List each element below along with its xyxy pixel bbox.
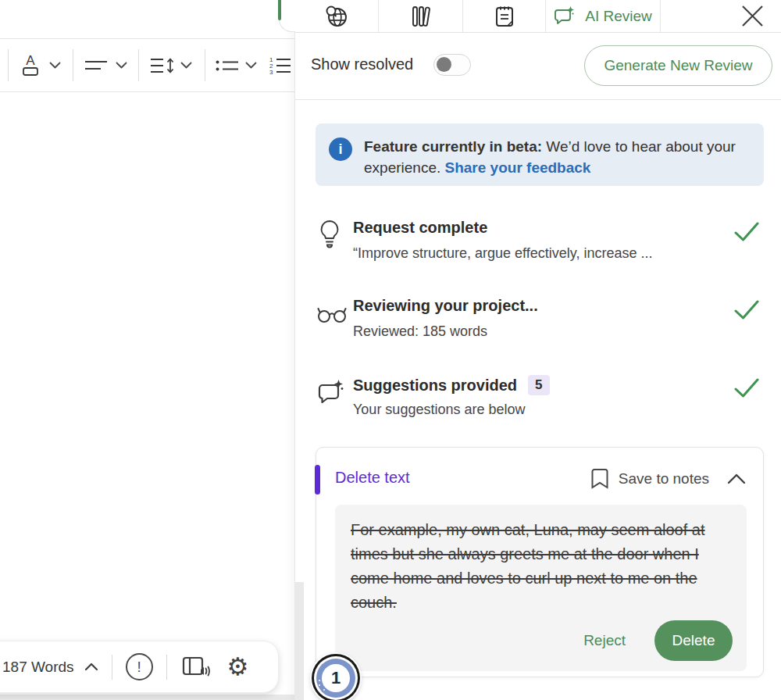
text-style-dropdown[interactable] [45, 39, 64, 91]
step-reviewing-project: Reviewing your project... Reviewed: 185 … [316, 291, 764, 361]
beta-banner: i Feature currently in beta: We’d love t… [316, 123, 764, 186]
suggestion-count-badge: 5 [528, 375, 549, 395]
step-title: Suggestions provided [353, 377, 517, 395]
numbered-list-button[interactable]: 1 2 3 [266, 39, 294, 91]
bullet-list-dropdown[interactable] [241, 39, 260, 91]
alert-circle-icon[interactable]: ! [126, 653, 153, 680]
close-icon [741, 5, 764, 27]
text-style-icon: A [20, 53, 41, 78]
generate-new-review-button[interactable]: Generate New Review [584, 45, 772, 86]
bookmark-icon [591, 468, 608, 489]
align-button[interactable] [81, 39, 111, 91]
chevron-down-icon [116, 62, 127, 69]
svg-text:3: 3 [269, 69, 273, 76]
reject-button[interactable]: Reject [583, 632, 626, 649]
suggestion-card: Delete text Save to notes For example, m… [316, 447, 764, 677]
text-style-button[interactable]: A [16, 39, 45, 91]
tabbar-border [294, 32, 781, 33]
suggestion-type-label: Delete text [335, 469, 410, 487]
step-request-complete: Request complete “Improve structure, arg… [316, 212, 764, 283]
read-aloud-book-icon[interactable] [180, 655, 212, 680]
close-panel-button[interactable] [739, 0, 765, 31]
suggestion-snippet: For example, my own cat, Luna, may seem … [335, 505, 747, 671]
show-resolved-label: Show resolved [311, 55, 413, 73]
statusbar-divider [166, 655, 167, 680]
save-to-notes-button[interactable]: Save to notes [591, 468, 746, 489]
step-title: Request complete [353, 219, 487, 237]
tab-plagiarism-search[interactable] [295, 0, 378, 32]
check-icon [734, 300, 759, 320]
tab-notes[interactable] [463, 0, 545, 32]
statusbar-divider [112, 655, 112, 680]
glasses-icon [317, 303, 347, 325]
step-suggestions-provided: Suggestions provided 5 Your suggestions … [316, 369, 764, 439]
step-title: Reviewing your project... [353, 297, 538, 315]
suggestion-bubble-icon [317, 378, 345, 406]
app-bottom-edge [0, 695, 294, 700]
tab-divider [660, 0, 661, 32]
chevron-down-icon [180, 62, 192, 69]
globe-search-icon [325, 5, 348, 28]
toolbar-divider [8, 49, 9, 81]
gear-icon[interactable]: ⚙ [227, 655, 249, 679]
collapse-chevron-icon[interactable] [727, 473, 746, 484]
bullet-list-button[interactable] [212, 39, 242, 91]
toolbar-divider [138, 49, 139, 81]
align-dropdown[interactable] [112, 39, 130, 91]
svg-text:A: A [26, 53, 35, 68]
bullet-list-icon [216, 59, 239, 72]
tab-library[interactable] [379, 0, 462, 32]
ai-bubble-icon [554, 5, 576, 27]
delete-button[interactable]: Delete [654, 620, 733, 661]
lightbulb-icon [317, 219, 342, 248]
toolbar-divider [73, 49, 73, 81]
tabbar-corner [279, 0, 295, 32]
save-to-notes-label: Save to notes [619, 470, 709, 488]
notes-icon [493, 5, 516, 28]
tab-label: AI Review [585, 8, 652, 25]
toggle-knob [437, 57, 451, 72]
active-tab-edge [278, 0, 281, 20]
step-subtitle: Reviewed: 185 words [353, 323, 487, 340]
drag-handle-icon [319, 680, 326, 691]
word-count[interactable]: 187 Words [2, 659, 74, 676]
check-icon [734, 222, 759, 242]
panel-header-border [294, 99, 781, 100]
beta-banner-text: Feature currently in beta: We’d love to … [364, 136, 748, 178]
panel-edge-strip [295, 582, 304, 700]
library-icon [409, 5, 433, 28]
check-icon [734, 378, 759, 398]
suggestion-marker-1[interactable]: 1 [312, 654, 360, 700]
formatting-toolbar: A [0, 38, 294, 92]
chevron-down-icon [49, 62, 61, 69]
step-subtitle: Your suggestions are below [353, 402, 525, 418]
info-icon: i [329, 138, 352, 161]
line-spacing-dropdown[interactable] [177, 39, 195, 91]
chevron-up-icon[interactable] [84, 662, 98, 671]
numbered-list-icon: 1 2 3 [268, 55, 291, 76]
document-status-bar: 187 Words ! ⚙ [0, 641, 279, 693]
share-feedback-link[interactable]: Share your feedback [445, 159, 591, 176]
chevron-down-icon [245, 62, 257, 69]
step-subtitle: “Improve structure, argue effectively, i… [353, 245, 653, 262]
show-resolved-toggle[interactable] [433, 54, 471, 76]
marker-number: 1 [322, 664, 350, 692]
suggestion-accent-bar [315, 465, 320, 495]
line-spacing-button[interactable] [147, 39, 178, 91]
strikethrough-text: For example, my own cat, Luna, may seem … [351, 518, 731, 615]
line-spacing-icon [150, 57, 175, 74]
toolbar-divider [205, 49, 205, 81]
align-icon [84, 59, 108, 73]
tab-ai-review[interactable]: AI Review [546, 0, 660, 32]
